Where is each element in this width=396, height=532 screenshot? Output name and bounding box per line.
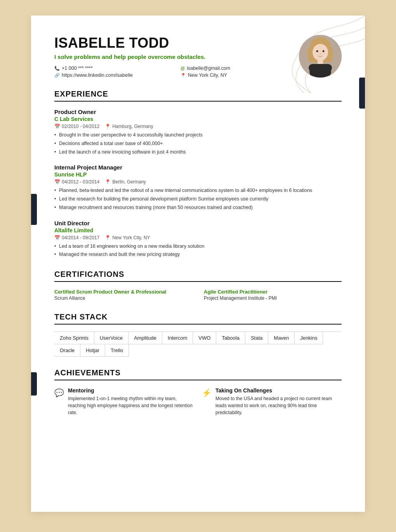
svg-point-6 (316, 50, 318, 52)
svg-point-7 (323, 50, 325, 52)
tech-item: Oracle (54, 344, 80, 357)
location-icon: 📍 (181, 73, 186, 78)
contact-location: 📍 New York City, NY (181, 73, 299, 78)
tech-item: Maven (268, 332, 295, 344)
tech-item: Hotjar (80, 344, 105, 357)
tech-item: Zoho Sprints (54, 332, 94, 344)
tech-item: Intercom (162, 332, 193, 344)
achievements-grid: 💬 Mentoring Implemented 1-on-1 meeting r… (54, 387, 342, 416)
certifications-section-title: CERTIFICATIONS (54, 270, 342, 282)
job-title-2: Internal Project Manager (54, 164, 342, 171)
certifications-grid: Certified Scrum Product Owner & Professi… (54, 289, 342, 301)
exp-bullets-1: Brought in the user perspective to 4 suc… (54, 131, 342, 155)
calendar-icon-1: 📅 (54, 124, 60, 129)
exp-meta-3: 📅 04/2014 - 09/2017 📍 New York City, NY (54, 235, 342, 240)
experience-block-2: Internal Project Manager Sunrise HLP 📅 0… (54, 164, 342, 211)
linkedin-icon: 🔗 (54, 73, 60, 78)
header-left: ISABELLE TODD I solve problems and help … (54, 35, 299, 78)
bullet-1-0: Brought in the user perspective to 4 suc… (54, 131, 342, 139)
exp-bullets-3: Led a team of 16 engineers working on a … (54, 243, 342, 259)
svg-point-5 (313, 44, 328, 61)
candidate-tagline: I solve problems and help people overcom… (54, 54, 299, 60)
company-2: Sunrise HLP (54, 171, 342, 178)
loc-icon-3: 📍 (105, 235, 111, 240)
deco-dark-bottom (31, 372, 37, 396)
tech-item: VWO (193, 332, 216, 344)
achievement-2: ⚡ Taking On Challenges Moved to the USA … (202, 387, 342, 416)
bullet-3-1: Managed the research and built the new p… (54, 251, 342, 258)
techstack-section-title: TECH STACK (54, 313, 342, 325)
contact-linkedin: 🔗 https://www.linkedin.com/isabelle (54, 73, 173, 78)
avatar-image (299, 35, 342, 78)
contact-email: @ isabelle@gmail.com (181, 66, 299, 71)
bullet-3-0: Led a team of 16 engineers working on a … (54, 243, 342, 250)
bullet-1-2: Led the launch of a new invoicing softwa… (54, 149, 342, 156)
deco-dark-right (359, 78, 365, 109)
loc-icon-1: 📍 (105, 124, 111, 129)
company-3: Altalife Limited (54, 227, 342, 233)
experience-section-title: EXPERIENCE (54, 90, 342, 102)
achievement-icon-2: ⚡ (202, 388, 212, 397)
tech-item: Amplitude (129, 332, 162, 344)
tech-item: UserVoice (94, 332, 129, 344)
avatar (299, 35, 342, 78)
cert-1: Certified Scrum Product Owner & Professi… (54, 289, 192, 301)
deco-dark-left (31, 194, 37, 225)
exp-meta-2: 📅 04/2012 - 03/2014 📍 Berlin, Germany (54, 179, 342, 185)
loc-icon-2: 📍 (105, 179, 111, 185)
svg-rect-11 (309, 64, 332, 72)
cert-name-2: Agile Certified Practitioner (204, 289, 342, 295)
bullet-2-1: Led the research for building the person… (54, 195, 342, 203)
achievement-1: 💬 Mentoring Implemented 1-on-1 meeting r… (54, 387, 194, 416)
experience-block-1: Product Owner C Lab Services 📅 02/2010 -… (54, 109, 342, 155)
tech-item: Taboola (216, 332, 245, 344)
cert-2: Agile Certified Practitioner Project Man… (204, 289, 342, 301)
calendar-icon-3: 📅 (54, 235, 60, 240)
tech-row-2: OracleHotjarTrello (54, 344, 342, 357)
exp-location-1: 📍 Hamburg, Germany (105, 124, 153, 129)
tech-item: Stata (245, 332, 268, 344)
tech-row-1: Zoho SprintsUserVoiceAmplitudeIntercomVW… (54, 332, 342, 344)
experience-block-3: Unit Director Altalife Limited 📅 04/2014… (54, 220, 342, 259)
bullet-1-1: Decisions affected a total user base of … (54, 140, 342, 147)
phone-icon: 📞 (54, 66, 60, 71)
exp-bullets-2: Planned, beta-tested and led the rollout… (54, 187, 342, 211)
svg-point-8 (320, 53, 321, 55)
achievement-title-1: Mentoring (68, 387, 194, 394)
exp-location-2: 📍 Berlin, Germany (105, 179, 146, 185)
email-icon: @ (181, 66, 185, 71)
exp-meta-1: 📅 02/2010 - 04/2012 📍 Hamburg, Germany (54, 124, 342, 129)
contact-phone: 📞 +1 000 *** **** (54, 66, 173, 71)
exp-dates-1: 📅 02/2010 - 04/2012 (54, 124, 99, 129)
achievement-text-1: Implemented 1-on-1 meeting rhythm within… (68, 395, 194, 416)
exp-location-3: 📍 New York City, NY (105, 235, 150, 240)
company-1: C Lab Services (54, 116, 342, 122)
cert-name-1: Certified Scrum Product Owner & Professi… (54, 289, 192, 295)
tech-item: Jenkins (295, 332, 323, 344)
tech-item: Trello (105, 344, 129, 357)
achievement-content-1: Mentoring Implemented 1-on-1 meeting rhy… (68, 387, 194, 416)
exp-dates-3: 📅 04/2014 - 09/2017 (54, 235, 99, 240)
job-title-1: Product Owner (54, 109, 342, 115)
achievement-text-2: Moved to the USA and headed a project no… (215, 395, 342, 416)
achievements-section-title: ACHIEVEMENTS (54, 368, 342, 380)
cert-org-1: Scrum Alliance (54, 295, 192, 301)
candidate-name: ISABELLE TODD (54, 35, 299, 51)
calendar-icon-2: 📅 (54, 179, 60, 185)
resume-header: ISABELLE TODD I solve problems and help … (54, 35, 342, 78)
bullet-2-2: Manage recruitment and resources trainin… (54, 204, 342, 211)
achievement-content-2: Taking On Challenges Moved to the USA an… (215, 387, 342, 416)
bullet-2-0: Planned, beta-tested and led the rollout… (54, 187, 342, 194)
resume-container: ISABELLE TODD I solve problems and help … (31, 16, 365, 512)
job-title-3: Unit Director (54, 220, 342, 226)
exp-dates-2: 📅 04/2012 - 03/2014 (54, 179, 99, 185)
achievement-icon-1: 💬 (54, 388, 64, 397)
tech-stack-grid: Zoho SprintsUserVoiceAmplitudeIntercomVW… (54, 332, 342, 357)
cert-org-2: Project Management Institute - PMI (204, 295, 342, 301)
contact-grid: 📞 +1 000 *** **** @ isabelle@gmail.com 🔗… (54, 66, 299, 78)
achievement-title-2: Taking On Challenges (215, 387, 342, 394)
